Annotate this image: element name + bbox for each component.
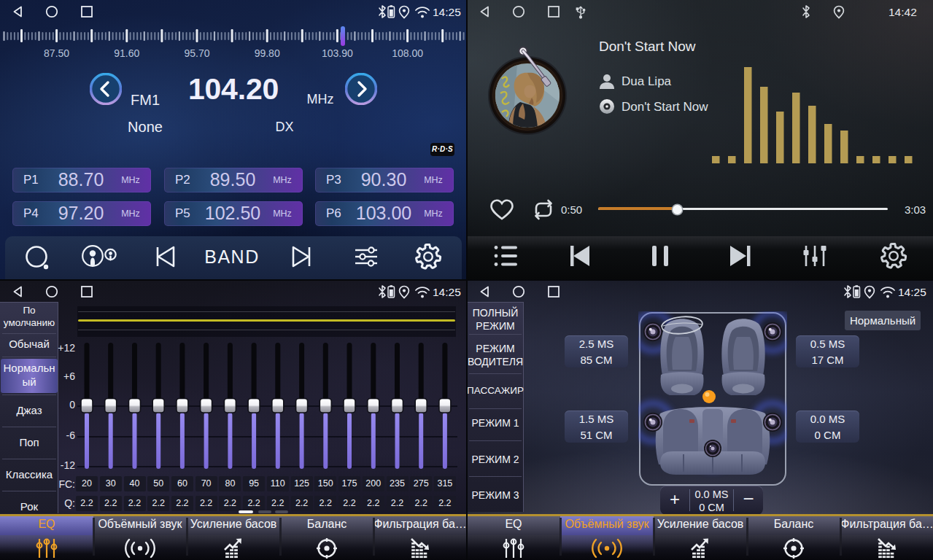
- svg-text:BAND: BAND: [204, 246, 259, 267]
